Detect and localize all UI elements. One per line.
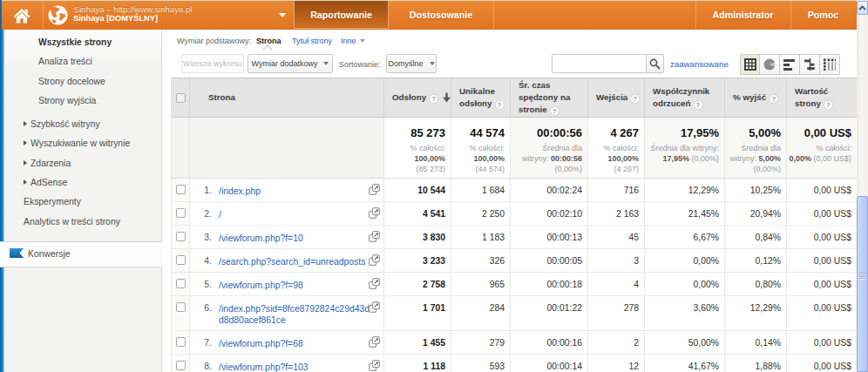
- column-header-wsp[interactable]: Współczynnik odrzuceń?: [645, 78, 725, 117]
- open-page-icon[interactable]: [369, 254, 380, 267]
- sidebar-section-konwersje[interactable]: Konwersje: [0, 241, 162, 267]
- cell-czas: 00:00:18: [511, 273, 588, 295]
- select-all-checkbox[interactable]: [176, 93, 186, 103]
- table-view-button[interactable]: [740, 54, 760, 75]
- page-link[interactable]: /search.php?search_id=unreadposts: [219, 256, 372, 272]
- link-administrator[interactable]: Administrator: [695, 1, 790, 30]
- main-content: Wymiar podstawowy: Strona Tytuł strony I…: [163, 30, 857, 372]
- column-header-wartosc[interactable]: Wartość strony?: [787, 78, 857, 117]
- help-icon[interactable]: ?: [769, 94, 778, 104]
- sidebar-item-szybko-witryny[interactable]: Szybkość witryny: [0, 115, 162, 134]
- help-icon[interactable]: ?: [429, 94, 438, 104]
- scroll-thumb[interactable]: [857, 196, 868, 372]
- vertical-scrollbar[interactable]: [857, 0, 868, 372]
- secondary-dimension-button[interactable]: Wymiar dodatkowy: [248, 54, 333, 73]
- search-input[interactable]: [552, 54, 646, 73]
- page-link[interactable]: /index.php?sid=8fce8792824c29d43dd8d80ac…: [219, 303, 372, 330]
- column-header-czas[interactable]: Śr. czas spędzony na stronie?: [511, 78, 588, 117]
- pivot-view-button[interactable]: [820, 54, 840, 75]
- help-icon[interactable]: ?: [694, 100, 703, 110]
- open-page-icon[interactable]: [369, 360, 380, 372]
- row-number: 7.: [190, 338, 212, 354]
- percentage-view-button[interactable]: [760, 54, 780, 75]
- row-checkbox[interactable]: [176, 185, 186, 194]
- cell-wsp: 6,67%: [645, 226, 725, 248]
- row-checkbox[interactable]: [176, 232, 186, 241]
- page-link[interactable]: /index.php: [219, 186, 372, 201]
- row-checkbox-cell: [172, 202, 190, 225]
- page-link[interactable]: /viewforum.php?f=68: [219, 338, 372, 354]
- home-button[interactable]: [0, 1, 43, 30]
- open-page-icon[interactable]: [369, 301, 380, 315]
- sidebar-item-strony-wyj-cia[interactable]: Strony wyjścia: [0, 91, 162, 111]
- sidebar-item-wyszukiwanie-w-witrynie[interactable]: Wyszukiwanie w witrynie: [0, 134, 162, 153]
- column-header-unikalne[interactable]: Unikalne odsłony?: [451, 78, 511, 117]
- open-page-icon[interactable]: [369, 184, 380, 197]
- cell-unikalne: 593: [451, 355, 511, 372]
- dropdown-caret-icon: [323, 62, 329, 65]
- row-checkbox[interactable]: [176, 279, 186, 288]
- summary-sub-wsp: Średnia dla witryny:17,95% (0,00%): [645, 143, 719, 164]
- cell-wyjsc: 20,94%: [725, 202, 787, 225]
- sidebar-item-analiza-tre-ci[interactable]: Analiza treści: [0, 52, 162, 71]
- row-checkbox[interactable]: [176, 337, 186, 347]
- dimension-tytul-strony[interactable]: Tytuł strony: [292, 37, 332, 45]
- open-page-icon[interactable]: [369, 231, 380, 244]
- row-number: 3.: [190, 233, 212, 248]
- column-header-strona[interactable]: Strona: [190, 78, 384, 117]
- sidebar-item-strony-docelowe[interactable]: Strony docelowe: [0, 72, 162, 91]
- cell-wejscia: 12: [588, 355, 645, 372]
- page-link[interactable]: /viewforum.php?f=103: [219, 362, 372, 372]
- page-link[interactable]: /: [219, 209, 372, 225]
- column-header-wyjsc[interactable]: % wyjść?: [725, 78, 787, 117]
- performance-view-button[interactable]: [780, 54, 800, 75]
- open-page-icon[interactable]: [369, 278, 380, 291]
- help-icon[interactable]: ?: [630, 94, 640, 104]
- advanced-link[interactable]: zaawansowane: [670, 59, 729, 69]
- sidebar-item-wszystkie-strony[interactable]: Wszystkie strony: [0, 33, 162, 52]
- sidebar-item-analytics-w-tre-ci-strony[interactable]: Analytics w treści strony: [0, 213, 162, 232]
- open-page-icon[interactable]: [369, 336, 380, 349]
- home-icon: [13, 8, 31, 24]
- table-view-icon: [744, 58, 756, 71]
- sidebar-item-eksperymenty[interactable]: Eksperymenty: [0, 193, 162, 212]
- cell-wyjsc: 0,14%: [725, 331, 787, 354]
- column-header-wejscia[interactable]: Wejścia?: [588, 78, 645, 117]
- row-checkbox[interactable]: [176, 302, 186, 312]
- search-button[interactable]: [646, 54, 664, 73]
- comparison-view-button[interactable]: [800, 54, 820, 75]
- help-icon[interactable]: ?: [495, 100, 505, 110]
- row-checkbox[interactable]: [176, 255, 186, 265]
- row-strona-cell: 6./index.php?sid=8fce8792824c29d43dd8d80…: [190, 296, 384, 330]
- sort-type-button[interactable]: Domyślne: [386, 54, 437, 73]
- account-dropdown-caret: [279, 13, 286, 17]
- dimension-inne[interactable]: Inne: [341, 37, 356, 45]
- sidebar-item-zdarzenia[interactable]: Zdarzenia: [0, 154, 162, 173]
- cell-wartosc: 0,00 US$: [787, 202, 857, 225]
- page-link[interactable]: /viewforum.php?f=98: [219, 280, 372, 295]
- expand-triangle-icon: [24, 179, 27, 185]
- flag-icon: [10, 248, 24, 258]
- column-header-odslony[interactable]: Odsłony?: [384, 78, 451, 117]
- dimension-inne-caret: [360, 39, 365, 43]
- help-icon[interactable]: ?: [824, 100, 833, 110]
- chart-rows-button[interactable]: Wiersze wykresu: [181, 54, 244, 73]
- row-number: 6.: [190, 303, 212, 330]
- tab-raportowanie[interactable]: Raportowanie: [294, 1, 389, 29]
- cell-wartosc: 0,00 US$: [787, 355, 857, 372]
- summary-value-odslony: 85 273: [384, 126, 445, 139]
- row-checkbox[interactable]: [176, 361, 186, 370]
- scroll-up-button[interactable]: [857, 1, 868, 15]
- sidebar-item-adsense[interactable]: AdSense: [0, 173, 162, 193]
- cell-unikalne: 44 574% całości:100,00%(44 574): [451, 118, 511, 178]
- page-link[interactable]: /viewforum.php?f=10: [219, 233, 372, 248]
- row-checkbox-cell: [172, 331, 190, 354]
- dimension-strona[interactable]: Strona: [256, 37, 281, 45]
- tab-dostosowanie[interactable]: Dostosowanie: [389, 1, 493, 30]
- account-switcher[interactable]: Sinhaya – http://www.sinhaya.pl Sinhaya …: [44, 1, 293, 30]
- link-pomoc[interactable]: Pomoc: [790, 1, 856, 30]
- summary-value-wejscia: 4 267: [588, 126, 639, 139]
- row-checkbox[interactable]: [176, 208, 186, 218]
- open-page-icon[interactable]: [369, 207, 380, 220]
- help-icon[interactable]: ?: [550, 106, 559, 116]
